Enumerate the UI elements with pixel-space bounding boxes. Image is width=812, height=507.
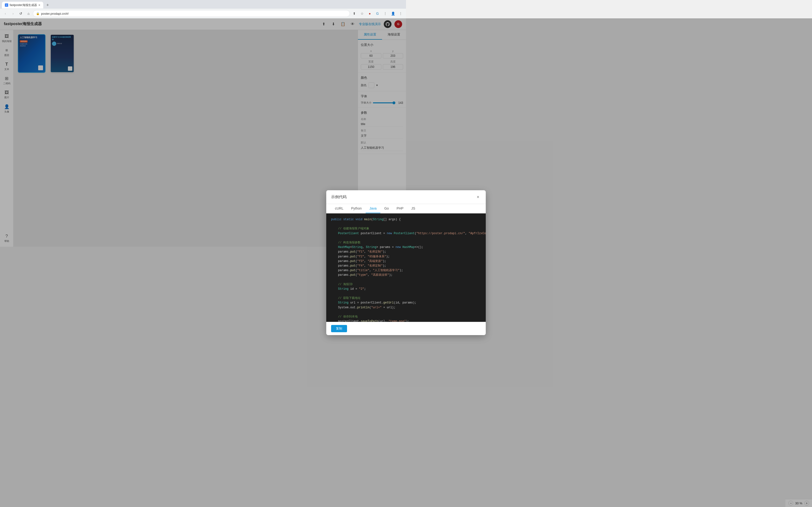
modal-header: 示例代码 × (326, 190, 406, 204)
modal-tabs: cURL Python Java Go PHP JS (326, 204, 406, 213)
modal-title: 示例代码 (331, 194, 406, 200)
bookmark-icon[interactable]: ☆ (359, 10, 365, 17)
extension-icon3[interactable]: ⋮ (382, 10, 389, 17)
new-tab-button[interactable]: + (44, 2, 51, 8)
forward-button[interactable]: › (10, 10, 16, 17)
tab-close-icon[interactable]: × (39, 3, 40, 7)
tab-php[interactable]: PHP (393, 204, 406, 213)
home-button[interactable]: ⌂ (25, 10, 32, 17)
extension-icon2[interactable]: G (374, 10, 381, 17)
code-block: public static void main(String[] args) {… (326, 213, 406, 253)
profile-icon[interactable]: 👤 (390, 10, 396, 17)
extension-icon1[interactable]: ● (366, 10, 373, 17)
tab-favicon: f (5, 3, 8, 7)
tab-title: fastposter海报生成器 (10, 3, 37, 7)
reload-button[interactable]: ↺ (17, 10, 24, 17)
active-tab[interactable]: f fastposter海报生成器 × (2, 2, 43, 8)
address-text: poster.prodapi.cn/#/ (41, 12, 347, 15)
menu-button[interactable]: ⋮ (397, 10, 404, 17)
lock-icon: 🔒 (36, 12, 40, 15)
modal-dialog: 示例代码 × cURL Python Java Go PHP JS public… (326, 190, 406, 253)
nav-bar: ‹ › ↺ ⌂ 🔒 poster.prodapi.cn/#/ ⬆ ☆ ● G ⋮… (0, 9, 406, 18)
modal-overlay[interactable]: 示例代码 × cURL Python Java Go PHP JS public… (0, 18, 406, 253)
modal-body: public static void main(String[] args) {… (326, 213, 406, 253)
tab-curl[interactable]: cURL (331, 204, 347, 213)
tab-java[interactable]: Java (366, 204, 380, 213)
browser-tab-bar: f fastposter海报生成器 × + (0, 0, 406, 9)
back-button[interactable]: ‹ (2, 10, 9, 17)
share-icon[interactable]: ⬆ (351, 10, 358, 17)
address-bar[interactable]: 🔒 poster.prodapi.cn/#/ (33, 10, 350, 17)
tab-go[interactable]: Go (380, 204, 393, 213)
nav-icons: ⬆ ☆ ● G ⋮ 👤 ⋮ (351, 10, 404, 17)
tab-python[interactable]: Python (347, 204, 366, 213)
